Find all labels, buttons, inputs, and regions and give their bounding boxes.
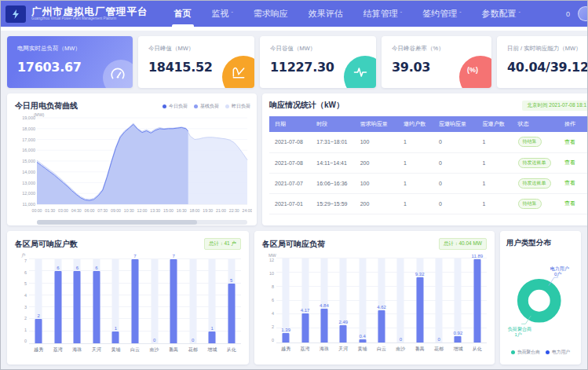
category-label-海珠: 海珠 bbox=[315, 346, 334, 353]
menu-item-签约管理[interactable]: 签约管理ˇ bbox=[412, 1, 471, 27]
table-cell: 1 bbox=[477, 152, 512, 173]
load-curve-chart: (MW)11,00012,00013,00014,00015,00016,000… bbox=[15, 112, 252, 215]
svg-text:14,000: 14,000 bbox=[22, 170, 35, 174]
bar-fill bbox=[209, 332, 216, 343]
view-link[interactable]: 查看 bbox=[564, 159, 575, 165]
bar-value-label: 2.49 bbox=[334, 320, 352, 324]
table-cell: 16:06~16:36 bbox=[311, 173, 354, 193]
bar-白云[interactable]: 4.62 bbox=[372, 258, 391, 343]
table-row: 2021-07-0716:06~16:36100101待发送账单查看 bbox=[269, 173, 588, 193]
bar-增城[interactable]: 1 bbox=[203, 259, 222, 343]
bar-黄埔[interactable]: 1 bbox=[106, 259, 126, 343]
bar-海珠[interactable]: 6 bbox=[68, 259, 87, 343]
table-cell: 100 bbox=[355, 132, 398, 152]
user-avatar[interactable] bbox=[578, 6, 588, 21]
bar-value-label: 0 bbox=[391, 337, 410, 342]
bar-value-label: 4.17 bbox=[295, 308, 314, 313]
bar-花都[interactable]: 0 bbox=[183, 259, 203, 343]
bar-增城[interactable]: 0.92 bbox=[448, 258, 467, 343]
kpi-label: 今日谷值（MW） bbox=[270, 45, 366, 53]
legend-dot bbox=[163, 104, 166, 108]
bar-天河[interactable]: 6 bbox=[87, 259, 107, 343]
table-cell: 2021-07-01 bbox=[269, 193, 311, 214]
bar-从化[interactable]: 5 bbox=[221, 259, 241, 343]
svg-text:24:00: 24:00 bbox=[243, 208, 252, 213]
y-axis: 76543210 bbox=[15, 259, 29, 344]
bar-value-label: 2 bbox=[29, 313, 49, 318]
table-cell: 0 bbox=[433, 152, 477, 173]
svg-text:21:00: 21:00 bbox=[216, 208, 226, 213]
bar-fill bbox=[93, 271, 100, 343]
legend-dot bbox=[511, 350, 515, 354]
menu-item-参数配置[interactable]: 参数配置ˇ bbox=[472, 1, 531, 27]
svg-text:13:30: 13:30 bbox=[150, 208, 160, 213]
bar-从化[interactable]: 11.89 bbox=[468, 258, 487, 343]
legend-item-负荷聚合商[interactable]: 负荷聚合商 bbox=[511, 349, 540, 356]
legend-item-电力用户[interactable]: 电力用户 bbox=[546, 349, 570, 356]
legend-dot bbox=[546, 350, 550, 354]
bar-越秀[interactable]: 2 bbox=[29, 259, 49, 343]
legend-item-昨日负荷[interactable]: 昨日负荷 bbox=[225, 103, 250, 110]
bar-value-label: 1.39 bbox=[276, 328, 295, 332]
bar-天河[interactable]: 2.49 bbox=[334, 258, 352, 343]
svg-text:11,000: 11,000 bbox=[23, 202, 35, 207]
bar-value-label: 0.4 bbox=[352, 334, 371, 339]
table-cell: 15:29~15:59 bbox=[311, 193, 354, 214]
legend-label: 基线负荷 bbox=[200, 103, 219, 110]
table-cell: 200 bbox=[355, 152, 398, 173]
view-link[interactable]: 查看 bbox=[564, 139, 575, 145]
menu-item-效果评估[interactable]: 效果评估 bbox=[298, 1, 353, 27]
menu-item-需求响应[interactable]: 需求响应 bbox=[243, 1, 298, 27]
bar-南沙[interactable]: 0 bbox=[144, 259, 164, 343]
legend-item-基线负荷[interactable]: 基线负荷 bbox=[194, 103, 219, 110]
notification-bell-icon[interactable]: 0 bbox=[566, 10, 570, 18]
kpi-card-row: 电网实时总负荷（MW）17603.67今日峰值（MW）18415.52今日谷值（… bbox=[7, 36, 588, 88]
svg-text:13,000: 13,000 bbox=[22, 181, 35, 185]
svg-text:0户: 0户 bbox=[554, 271, 561, 277]
bar-fill bbox=[340, 325, 347, 343]
bar-fill bbox=[320, 309, 327, 343]
bar-荔湾[interactable]: 6 bbox=[49, 259, 68, 343]
bar-南沙[interactable]: 0 bbox=[391, 258, 410, 343]
table-cell: 1 bbox=[477, 132, 512, 152]
bar-value-label: 11.89 bbox=[468, 254, 487, 258]
bar-黄埔[interactable]: 0.4 bbox=[352, 258, 371, 343]
category-label-白云: 白云 bbox=[372, 346, 391, 353]
datazoom-handle[interactable] bbox=[37, 220, 197, 225]
view-link[interactable]: 查看 bbox=[564, 200, 575, 206]
datazoom-slider[interactable] bbox=[37, 220, 247, 225]
bar-fill bbox=[416, 277, 423, 343]
bar-白云[interactable]: 7 bbox=[126, 259, 145, 343]
table-header-需求响应量: 需求响应量 bbox=[355, 116, 398, 132]
table-cell: 2021-07-08 bbox=[269, 132, 311, 152]
bar-花都[interactable]: 0 bbox=[429, 258, 448, 343]
menu-item-首页[interactable]: 首页 bbox=[164, 1, 202, 27]
load-curve-card: 今日用电负荷曲线 今日负荷基线负荷昨日负荷 (MW)11,00012,00013… bbox=[7, 93, 257, 225]
svg-text:01:30: 01:30 bbox=[45, 208, 55, 213]
svg-text:19:30: 19:30 bbox=[203, 208, 213, 213]
kpi-label: 今日峰谷差率（%） bbox=[392, 45, 481, 53]
bar-番禺[interactable]: 7 bbox=[164, 259, 184, 343]
top-navbar: 广州市虚拟电厂管理平台 Guangzhou Virtual Power Plan… bbox=[1, 1, 587, 27]
view-link[interactable]: 查看 bbox=[564, 180, 575, 185]
table-cell: 14:11~14:41 bbox=[311, 152, 354, 173]
bar-荔湾[interactable]: 4.17 bbox=[295, 258, 314, 343]
beijing-time-badge: 北京时间 2021-07-08 18:1 bbox=[522, 101, 588, 111]
bar-越秀[interactable]: 1.39 bbox=[276, 258, 295, 343]
category-label-海珠: 海珠 bbox=[68, 346, 87, 354]
svg-text:10:30: 10:30 bbox=[124, 208, 134, 213]
menu-item-结算管理[interactable]: 结算管理ˇ bbox=[353, 1, 412, 27]
bar-fill bbox=[35, 319, 42, 343]
bar-fill bbox=[283, 333, 290, 343]
menu-item-监视[interactable]: 监视ˇ bbox=[202, 1, 243, 27]
table-header-应邀响应量: 应邀响应量 bbox=[433, 116, 477, 132]
bar-value-label: 1 bbox=[203, 326, 222, 331]
bar-番禺[interactable]: 9.32 bbox=[411, 258, 429, 343]
legend-item-今日负荷[interactable]: 今日负荷 bbox=[163, 103, 188, 110]
bar-fill bbox=[301, 313, 309, 343]
app-logo: 广州市虚拟电厂管理平台 Guangzhou Virtual Power Plan… bbox=[1, 5, 156, 23]
table-cell: 1 bbox=[398, 173, 433, 193]
response-stats-card: 响应情况统计（kW） 北京时间 2021-07-08 18:1 日期时段需求响应… bbox=[262, 93, 588, 225]
bar-海珠[interactable]: 4.84 bbox=[315, 258, 334, 343]
response-table: 日期时段需求响应量邀约户数应邀响应量应邀户数状态操作 2021-07-0817:… bbox=[269, 116, 588, 214]
